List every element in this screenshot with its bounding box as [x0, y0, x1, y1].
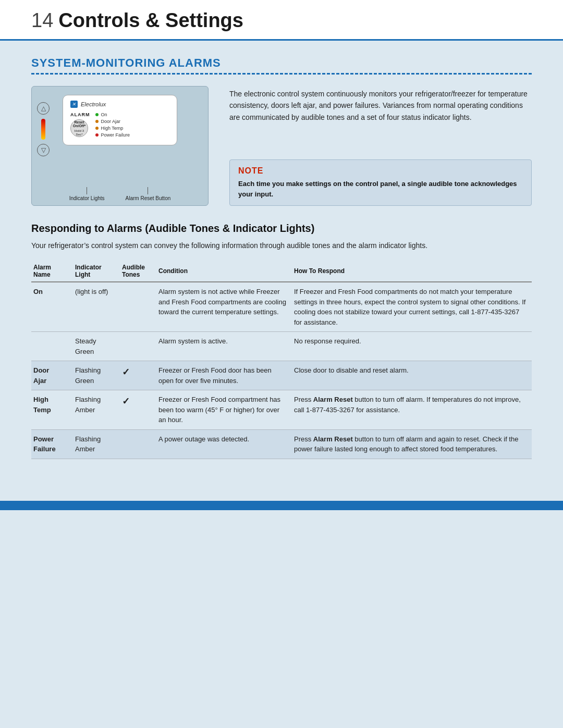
- alarm-indicator-door: Door Ajar: [95, 119, 130, 124]
- respond-door: Close door to disable and reset alarm.: [292, 361, 532, 390]
- alarm-indicator-high-temp: High Temp: [95, 126, 130, 131]
- audible-high-temp: ✓: [120, 390, 156, 430]
- alarm-name-on: On: [31, 282, 73, 332]
- alarm-indicators: On Door Ajar High Temp: [95, 112, 130, 138]
- alarm-power-label: Power Failure: [101, 132, 130, 138]
- alarm-label: ALARM: [70, 112, 90, 117]
- dot-door: [95, 120, 99, 123]
- audible-on: [120, 282, 156, 332]
- note-text: Each time you make settings on the contr…: [238, 179, 523, 199]
- bottom-bar: [0, 501, 563, 510]
- audible-steady: [120, 332, 156, 361]
- alarm-indicator-power: Power Failure: [95, 132, 130, 138]
- control-panel: ✕ Electrolux ALARM Reset On/Off* Hold 3 …: [63, 95, 177, 145]
- indicator-door: Flashing Green: [73, 361, 120, 390]
- reset-button[interactable]: Reset On/Off* Hold 3 Sec*: [70, 119, 88, 137]
- brand-name: Electrolux: [81, 101, 106, 107]
- table-header-row: Alarm Name Indicator Light Audible Tones…: [31, 261, 532, 282]
- condition-steady: Alarm system is active.: [156, 332, 292, 361]
- col-header-respond: How To Respond: [292, 261, 532, 282]
- section-divider: [31, 73, 532, 75]
- temp-indicator: [41, 119, 45, 140]
- indicator-power: Flashing Amber: [73, 429, 120, 459]
- page-header: 14Controls & Settings: [0, 0, 563, 41]
- condition-power: A power outage was detected.: [156, 429, 292, 459]
- col-header-audible: Audible Tones: [120, 261, 156, 282]
- description-column: The electronic control system continuous…: [229, 86, 532, 206]
- alarm-high-temp-label: High Temp: [101, 126, 124, 131]
- audible-door: ✓: [120, 361, 156, 390]
- audible-power: [120, 429, 156, 459]
- alarm-reset-label: Alarm Reset Button: [126, 187, 171, 201]
- reset-line1: Reset: [74, 120, 84, 125]
- label-line1: [87, 187, 87, 194]
- panel-image: △ ▽ ✕ Electrolux ALARM: [31, 86, 209, 206]
- table-row: DoorAjar Flashing Green ✓ Freezer or Fre…: [31, 361, 532, 390]
- indicator-lights-label: Indicator Lights: [69, 187, 105, 201]
- section2-title: Responding to Alarms (Audible Tones & In…: [31, 223, 532, 235]
- indicator-on: (light is off): [73, 282, 120, 332]
- down-arrow-btn[interactable]: ▽: [37, 144, 50, 156]
- alarm-door-label: Door Ajar: [101, 119, 121, 124]
- table-row: HighTemp Flashing Amber ✓ Freezer or Fre…: [31, 390, 532, 430]
- alarm-name-empty1: [31, 332, 73, 361]
- reset-line3: Hold 3 Sec*: [71, 129, 88, 136]
- table-row: Steady Green Alarm system is active. No …: [31, 332, 532, 361]
- dot-high-temp: [95, 127, 99, 130]
- note-box: NOTE Each time you make settings on the …: [229, 159, 532, 206]
- chapter-title: Controls & Settings: [58, 9, 243, 31]
- table-row: PowerFailure Flashing Amber A power outa…: [31, 429, 532, 459]
- respond-high-temp: Press Alarm Reset button to turn off ala…: [292, 390, 532, 430]
- condition-on: Alarm system is not active while Freezer…: [156, 282, 292, 332]
- alarm-section: ALARM Reset On/Off* Hold 3 Sec* On: [70, 112, 169, 138]
- col-header-alarm: Alarm Name: [31, 261, 73, 282]
- col-header-condition: Condition: [156, 261, 292, 282]
- respond-steady: No response required.: [292, 332, 532, 361]
- respond-on: If Freezer and Fresh Food compartments d…: [292, 282, 532, 332]
- dot-power: [95, 133, 99, 137]
- condition-door: Freezer or Fresh Food door has been open…: [156, 361, 292, 390]
- indicator-high-temp: Flashing Amber: [73, 390, 120, 430]
- section2-description: Your refrigerator’s control system can c…: [31, 240, 532, 251]
- alarm-indicator-on: On: [95, 112, 130, 117]
- chapter-number: 14: [31, 9, 53, 31]
- indicator-steady: Steady Green: [73, 332, 120, 361]
- section1-description: The electronic control system continuous…: [229, 86, 532, 152]
- alarm-name-high-temp: HighTemp: [31, 390, 73, 430]
- alarm-name-door: DoorAjar: [31, 361, 73, 390]
- dot-on: [95, 113, 99, 116]
- alarm-on-label: On: [101, 112, 107, 117]
- top-section: △ ▽ ✕ Electrolux ALARM: [31, 86, 532, 206]
- side-controls: △ ▽: [37, 102, 50, 156]
- note-title: NOTE: [238, 166, 523, 176]
- up-arrow-btn[interactable]: △: [37, 102, 50, 115]
- section1-title: SYSTEM-MONITORING ALARMS: [31, 56, 532, 70]
- condition-high-temp: Freezer or Fresh Food compartment has be…: [156, 390, 292, 430]
- reset-line2: On/Off*: [73, 124, 86, 128]
- alarm-name-power: PowerFailure: [31, 429, 73, 459]
- respond-power: Press Alarm Reset button to turn off ala…: [292, 429, 532, 459]
- table-row: On (light is off) Alarm system is not ac…: [31, 282, 532, 332]
- label-line2: [148, 187, 148, 194]
- col-header-indicator: Indicator Light: [73, 261, 120, 282]
- page: 14Controls & Settings SYSTEM-MONITORING …: [0, 0, 563, 728]
- alarm-table: Alarm Name Indicator Light Audible Tones…: [31, 261, 532, 459]
- panel-labels: Indicator Lights Alarm Reset Button: [32, 187, 208, 201]
- main-content: SYSTEM-MONITORING ALARMS △ ▽ ✕ Electrolu…: [0, 41, 563, 480]
- brand-icon: ✕: [70, 101, 78, 108]
- brand-logo: ✕ Electrolux: [70, 101, 169, 108]
